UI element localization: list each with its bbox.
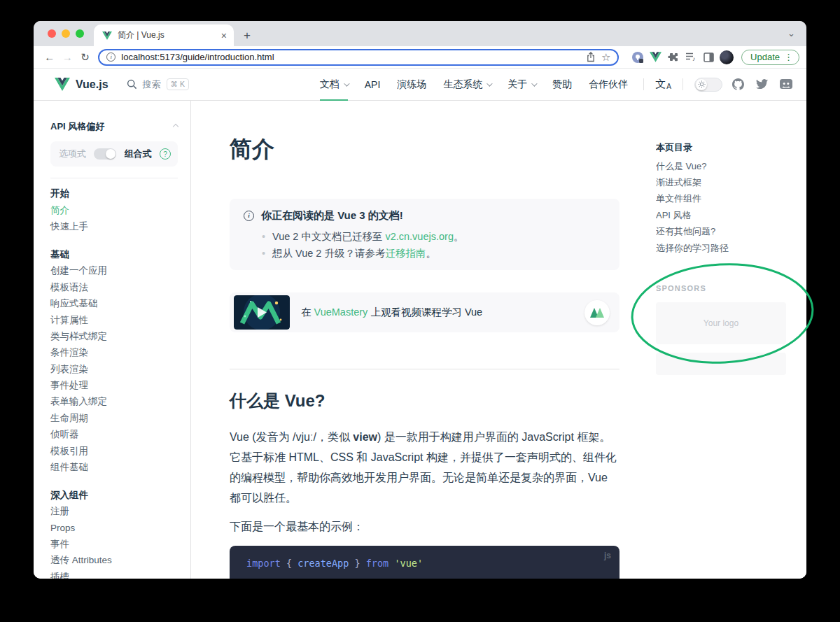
option-api-label[interactable]: 选项式: [59, 148, 86, 160]
video-thumbnail[interactable]: [234, 295, 290, 330]
api-pref-header[interactable]: API 风格偏好: [50, 120, 178, 133]
sidebar-item[interactable]: 事件处理: [50, 377, 178, 393]
sidebar-item[interactable]: 注册: [50, 504, 178, 520]
notice-bullet: Vue 2 中文文档已迁移至 v2.cn.vuejs.org。: [272, 228, 603, 245]
bullet-link[interactable]: v2.cn.vuejs.org: [385, 231, 454, 242]
sidebar-item[interactable]: 侦听器: [50, 427, 178, 443]
browser-tab[interactable]: 简介 | Vue.js ×: [94, 24, 234, 46]
share-icon[interactable]: [586, 52, 596, 62]
code-block[interactable]: js import { createApp } from 'vue' creat…: [230, 546, 620, 579]
profile-avatar[interactable]: [718, 50, 736, 64]
site-title: Vue.js: [76, 78, 108, 91]
sidebar-item[interactable]: 模板语法: [50, 279, 178, 295]
tab-close-icon[interactable]: ×: [221, 31, 227, 41]
new-tab-button[interactable]: +: [244, 29, 251, 41]
sidebar-item[interactable]: 响应式基础: [50, 296, 178, 312]
sidebar-groups: 开始简介快速上手基础创建一个应用模板语法响应式基础计算属性类与样式绑定条件渲染列…: [50, 185, 178, 579]
sidebar-item[interactable]: 类与样式绑定: [50, 328, 178, 344]
address-bar[interactable]: i localhost:5173/guide/introduction.html…: [98, 49, 619, 66]
bookmark-star-icon[interactable]: ☆: [601, 51, 610, 64]
tab-search-chevron-icon[interactable]: ⌄: [788, 28, 795, 38]
notice-bullets: Vue 2 中文文档已迁移至 v2.cn.vuejs.org。想从 Vue 2 …: [272, 228, 603, 262]
bullet-link[interactable]: 迁移指南: [385, 248, 426, 259]
twitter-link[interactable]: [756, 79, 768, 90]
toc-item[interactable]: 什么是 Vue?: [656, 158, 806, 174]
nav-item[interactable]: 文档: [312, 69, 356, 100]
section-divider: [230, 369, 620, 369]
minimize-window-button[interactable]: [62, 29, 70, 38]
sidebar-item[interactable]: 插槽: [50, 569, 178, 579]
discord-link[interactable]: [780, 79, 792, 90]
sidebar-item[interactable]: 列表渲染: [50, 361, 178, 377]
nav-item[interactable]: 生态系统: [435, 69, 499, 100]
more-menu-icon[interactable]: ⋮: [784, 52, 793, 62]
header-divider: [643, 78, 644, 90]
tab-title: 简介 | Vue.js: [118, 29, 216, 41]
toc-item[interactable]: 单文件组件: [656, 191, 806, 207]
sidebar-item[interactable]: 组件基础: [50, 459, 178, 475]
toc-item[interactable]: 渐进式框架: [656, 174, 806, 190]
vuemastery-banner[interactable]: 在 VueMastery 上观看视频课程学习 Vue: [230, 292, 620, 332]
url-text[interactable]: localhost:5173/guide/introduction.html: [121, 52, 580, 62]
search-shortcut: ⌘ K: [167, 78, 189, 90]
toc-list: 什么是 Vue?渐进式框架单文件组件API 风格还有其他问题?选择你的学习路径: [656, 158, 806, 256]
sidebar-item[interactable]: 模板引用: [50, 443, 178, 459]
toc-item[interactable]: 选择你的学习路径: [656, 240, 806, 256]
vue-devtools-extension-icon[interactable]: [647, 50, 664, 64]
chrome-update-button[interactable]: Update ⋮: [741, 50, 799, 65]
help-icon[interactable]: ?: [160, 148, 171, 160]
nav-item[interactable]: 合作伙伴: [580, 69, 636, 100]
media-list-extension-icon[interactable]: ♪: [682, 50, 700, 64]
sidebar-item[interactable]: 快速上手: [50, 218, 178, 234]
page-title: 简介: [230, 136, 620, 162]
info-icon: i: [244, 211, 254, 221]
social-links: [732, 69, 792, 100]
sidebar-item[interactable]: Props: [50, 520, 178, 536]
translate-button[interactable]: 文A: [651, 69, 676, 100]
code-token: }: [349, 558, 360, 569]
vue-logo-icon: [55, 78, 70, 91]
sidebar-item[interactable]: 生命周期: [50, 410, 178, 426]
chevron-down-icon: [486, 80, 492, 86]
split-view-extension-icon[interactable]: [700, 50, 718, 64]
example-lead: 下面是一个最基本的示例：: [230, 519, 620, 535]
nav-item[interactable]: 关于: [499, 69, 544, 100]
sidebar-item[interactable]: 简介: [50, 202, 178, 218]
sidebar-item[interactable]: 透传 Attributes: [50, 553, 178, 569]
site-info-icon[interactable]: i: [106, 52, 115, 62]
code-lines: import { createApp } from 'vue' createAp…: [246, 557, 620, 579]
toc-item[interactable]: 还有其他问题?: [656, 224, 806, 240]
sidebar-item[interactable]: 表单输入绑定: [50, 394, 178, 410]
extensions-puzzle-icon[interactable]: [664, 50, 682, 64]
search-button[interactable]: 搜索 ⌘ K: [127, 69, 189, 100]
intro-paragraph: Vue (发音为 /vjuː/，类似 view) 是一款用于构建用户界面的 Ja…: [230, 427, 620, 508]
article: 简介 i 你正在阅读的是 Vue 3 的文档! Vue 2 中文文档已迁移至 v…: [230, 136, 620, 579]
sidebar-group-title: 深入组件: [50, 487, 178, 504]
sidebar-item[interactable]: 事件: [50, 536, 178, 552]
theme-toggle-knob: [696, 79, 707, 90]
sidebar-item[interactable]: 条件渲染: [50, 345, 178, 361]
zoom-window-button[interactable]: [76, 29, 84, 38]
back-button[interactable]: ←: [41, 51, 58, 63]
reload-button[interactable]: ↻: [76, 51, 94, 64]
close-window-button[interactable]: [48, 29, 56, 38]
sidebar-group-title: 开始: [50, 185, 178, 202]
github-link[interactable]: [732, 78, 744, 90]
vuemastery-link[interactable]: VueMastery: [314, 306, 368, 318]
nav-item-label: 演练场: [397, 78, 426, 91]
nav-item[interactable]: 赞助: [544, 69, 580, 100]
nav-item[interactable]: 演练场: [388, 69, 435, 100]
composition-api-label[interactable]: 组合式: [125, 148, 152, 160]
nav-item[interactable]: API: [356, 69, 389, 100]
chevron-up-icon: [173, 124, 178, 129]
sidebar-item[interactable]: 创建一个应用: [50, 263, 178, 279]
sidebar: API 风格偏好 选项式 组合式 ? 开始简介快速上手基础创建一个应用模板语法响…: [34, 101, 191, 579]
toc-item[interactable]: API 风格: [656, 207, 806, 223]
theme-toggle[interactable]: [694, 78, 722, 92]
sponsor-placeholder-secondary[interactable]: [656, 353, 786, 375]
site-logo[interactable]: Vue.js: [55, 69, 108, 100]
sidebar-item[interactable]: 计算属性: [50, 312, 178, 328]
api-style-toggle[interactable]: [94, 148, 116, 160]
password-manager-extension-icon[interactable]: [629, 50, 646, 64]
sponsor-placeholder[interactable]: Your logo: [656, 302, 786, 344]
